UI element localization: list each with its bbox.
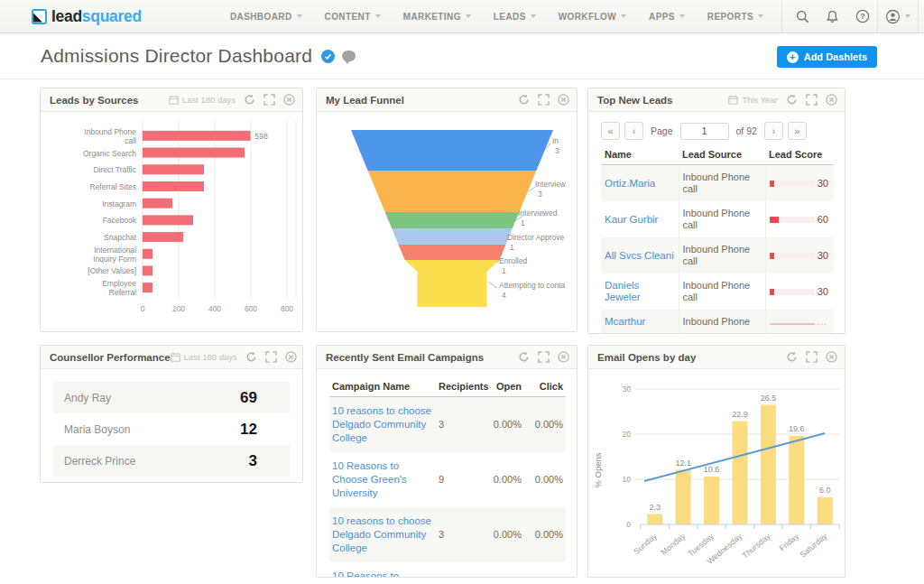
chevron-down-icon	[297, 14, 302, 18]
page-header: Admissions Director Dashboard + Add Dash…	[0, 33, 924, 79]
close-icon[interactable]	[826, 94, 837, 106]
expand-icon[interactable]	[265, 351, 277, 363]
close-icon[interactable]	[283, 94, 295, 106]
lead-name-link[interactable]: Daniels Jeweler	[605, 280, 641, 302]
leadsquared-app: leadsquared DASHBOARD CONTENT MARKETING	[0, 0, 924, 584]
lead-funnel-chart: In3Interview3Interviewed1Director Approv…	[317, 112, 577, 331]
counsellor-list: Andy Ray 69 Maria Boyson 12 Derreck Prin…	[53, 382, 290, 477]
svg-text:Referral: Referral	[109, 288, 136, 297]
nav-menu-item[interactable]: WORKFLOW	[559, 12, 626, 22]
top-nav: leadsquared DASHBOARD CONTENT MARKETING	[0, 0, 924, 33]
close-icon[interactable]	[558, 94, 569, 106]
expand-icon[interactable]	[806, 351, 818, 363]
first-page-button[interactable]: «	[601, 122, 620, 140]
nav-menu-item[interactable]: APPS	[649, 12, 685, 22]
campaign-name-link[interactable]: 10 reasons to choose Delgado Community C…	[332, 515, 431, 553]
nav-icon-strip: ?	[781, 0, 924, 32]
calendar-icon	[728, 95, 738, 105]
refresh-icon[interactable]	[245, 351, 257, 363]
notifications-bell-icon[interactable]	[818, 0, 847, 32]
calendar-icon	[169, 95, 179, 105]
lead-score-indicator	[770, 286, 815, 298]
lead-name-link[interactable]: Mcarthur	[605, 316, 645, 327]
refresh-icon[interactable]	[244, 94, 255, 106]
close-icon[interactable]	[558, 351, 569, 363]
lead-score-indicator	[770, 214, 815, 226]
lead-name-link[interactable]: All Svcs Cleani	[605, 250, 674, 261]
widget-title: Recently Sent Email Campaigns	[326, 352, 484, 363]
svg-text:800: 800	[281, 304, 293, 313]
svg-text:19.6: 19.6	[789, 424, 805, 433]
svg-text:Referral Sites: Referral Sites	[90, 182, 137, 191]
svg-text:22.9: 22.9	[732, 410, 748, 419]
verified-check-icon	[321, 50, 335, 63]
top-new-leads-table: Name Lead Source Lead Score Ortiz.Maria …	[601, 146, 834, 333]
svg-text:% Opens: % Opens	[593, 452, 603, 487]
page-number-input[interactable]	[680, 123, 729, 140]
email-campaigns-table: Campaign Name Recipients Open Click 10 r…	[329, 378, 566, 577]
lead-name-link[interactable]: Kaur Gurbir	[605, 214, 658, 225]
expand-icon[interactable]	[263, 94, 275, 106]
campaign-name-link[interactable]: 10 reasons to choose Delgado Community C…	[332, 405, 431, 443]
refresh-icon[interactable]	[518, 94, 530, 106]
svg-text:6.0: 6.0	[819, 486, 831, 495]
nav-menu-item[interactable]: LEADS	[494, 12, 536, 22]
lead-score-indicator: ...	[770, 316, 827, 328]
lead-name-link[interactable]: Ortiz.Maria	[605, 178, 655, 189]
date-range-chip: This Year	[728, 95, 778, 105]
add-dashlets-button[interactable]: + Add Dashlets	[777, 46, 877, 68]
svg-text:0: 0	[141, 304, 145, 313]
refresh-icon[interactable]	[786, 94, 798, 106]
list-item: Maria Boyson 12	[53, 413, 290, 445]
nav-menu-item[interactable]: DASHBOARD	[230, 12, 302, 22]
nav-menu-item[interactable]: CONTENT	[325, 12, 381, 22]
campaign-name-link[interactable]: 10 Reasons to Choose Green's University	[332, 460, 407, 498]
counsellor-score: 3	[249, 452, 257, 470]
refresh-icon[interactable]	[518, 351, 530, 363]
refresh-icon[interactable]	[786, 351, 798, 363]
campaign-open-rate: 0.00%	[479, 452, 524, 507]
date-range-label: Last 180 days	[184, 352, 237, 362]
next-page-button[interactable]: ›	[764, 122, 783, 140]
expand-icon[interactable]	[806, 94, 818, 106]
help-icon[interactable]: ?	[847, 0, 877, 32]
lead-score-cell: ...	[765, 310, 834, 333]
counsellor-name: Andy Ray	[64, 392, 111, 404]
close-icon[interactable]	[826, 351, 837, 363]
lead-source-cell: Inbound Phone	[679, 310, 765, 333]
lead-source-cell: Inbound Phone call	[679, 201, 765, 237]
expand-icon[interactable]	[538, 351, 550, 363]
last-page-button[interactable]: »	[788, 122, 807, 140]
nav-menu-item[interactable]: MARKETING	[403, 12, 471, 22]
svg-text:0: 0	[626, 520, 631, 529]
counsellor-score: 12	[240, 421, 257, 439]
nav-menu-item[interactable]: REPORTS	[707, 12, 763, 22]
svg-text:Thursday: Thursday	[741, 532, 773, 561]
chevron-down-icon	[621, 14, 626, 18]
svg-text:200: 200	[172, 304, 185, 313]
campaign-recipients: 3	[436, 507, 479, 562]
table-row: 10 Reasons to Choose Green's University …	[329, 452, 566, 507]
campaign-name-link[interactable]: 10 Reasons to Choose Green's University	[332, 570, 407, 577]
nav-menu-item-label: APPS	[649, 12, 675, 22]
expand-icon[interactable]	[538, 94, 550, 106]
svg-text:10.6: 10.6	[704, 465, 720, 474]
svg-text:2.3: 2.3	[649, 503, 661, 512]
chevron-down-icon	[679, 14, 685, 18]
widget-header: Counsellor Performance Last 180 days	[41, 346, 302, 369]
account-icon[interactable]	[877, 0, 919, 32]
svg-text:International: International	[94, 246, 136, 255]
search-icon[interactable]	[788, 0, 818, 32]
brand-logo[interactable]: leadsquared	[32, 7, 142, 26]
comment-icon[interactable]	[342, 51, 356, 61]
campaign-open-rate: 0.00%	[479, 397, 524, 453]
date-range-label: Last 180 days	[182, 95, 236, 105]
nav-menu-item-label: REPORTS	[707, 12, 753, 22]
close-icon[interactable]	[285, 351, 297, 363]
widget-title: Leads by Sources	[50, 95, 138, 106]
svg-text:Facebook: Facebook	[103, 216, 137, 225]
date-range-label: This Year	[742, 95, 778, 105]
date-range-chip: Last 180 days	[171, 352, 237, 362]
chevron-down-icon	[531, 14, 536, 18]
prev-page-button[interactable]: ‹	[624, 122, 643, 140]
